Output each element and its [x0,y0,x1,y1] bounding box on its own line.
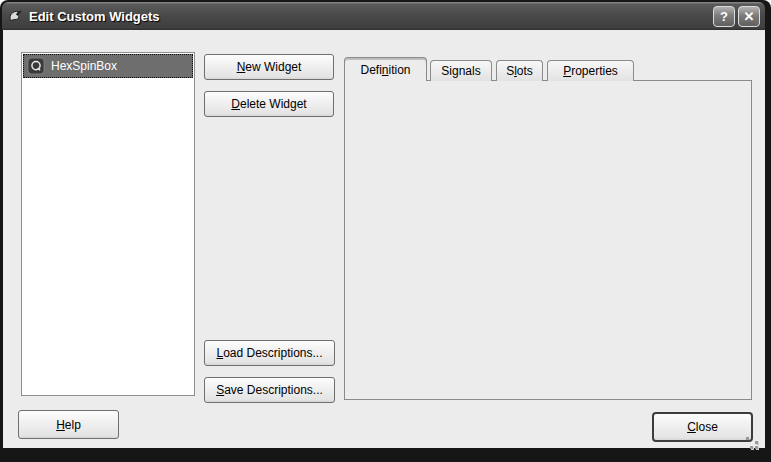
delete-widget-button[interactable]: Delete Widget [204,91,334,117]
list-item-hexspinbox[interactable]: HexSpinBox [23,54,193,78]
tab-panel-frame [344,80,752,400]
tab-properties[interactable]: Properties [547,60,634,81]
help-button[interactable]: Help [18,410,119,439]
qt-widget-icon [27,57,45,75]
save-descriptions-button[interactable]: Save Descriptions... [204,377,335,403]
tab-signals[interactable]: Signals [430,60,492,81]
custom-widget-list[interactable]: HexSpinBox [21,52,195,396]
window-title: Edit Custom Widgets [29,9,160,24]
edit-custom-widgets-dialog: Edit Custom Widgets ? ✕ HexSpinBox New W… [0,0,771,462]
resize-grip[interactable] [745,436,759,450]
tab-slots[interactable]: Slots [496,60,543,81]
app-icon [7,8,23,24]
load-descriptions-button[interactable]: Load Descriptions... [204,340,335,366]
list-item-label: HexSpinBox [51,59,117,73]
close-titlebar-button[interactable]: ✕ [738,6,760,27]
titlebar[interactable]: Edit Custom Widgets ? ✕ [2,2,765,30]
help-titlebar-button[interactable]: ? [713,6,735,27]
new-widget-button[interactable]: New Widget [204,54,334,80]
question-icon: ? [720,9,728,24]
close-button[interactable]: Close [652,412,753,442]
tab-definition[interactable]: Definition [344,57,427,81]
close-icon: ✕ [744,9,755,24]
